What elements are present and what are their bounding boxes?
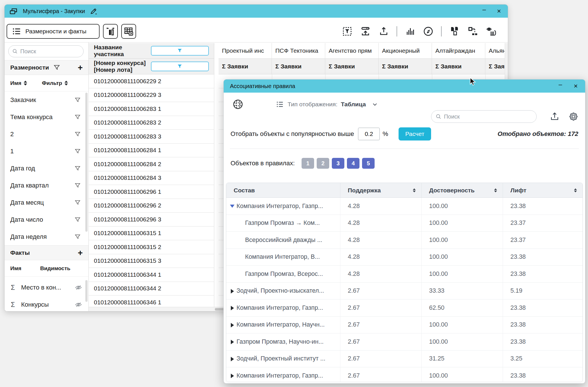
dimension-row[interactable]: 1 bbox=[5, 143, 88, 160]
dialog-close-button[interactable]: × bbox=[571, 81, 581, 91]
rule-row[interactable]: Всероссиийский дважды ... 4.28 100.00 23… bbox=[226, 232, 583, 249]
rule-row[interactable]: Компания Интегратор, Газпр... 2.67 100.0… bbox=[226, 367, 583, 382]
grid-column[interactable]: Агентство прям Σ Заявки bbox=[325, 43, 379, 74]
column-measure[interactable]: Σ Заявки bbox=[432, 59, 485, 74]
rule-row[interactable]: Зодчий, Проектно-изыскател... 2.67 33.33… bbox=[226, 283, 583, 300]
facts-scrollbar[interactable] bbox=[85, 280, 88, 302]
expand-icon[interactable] bbox=[230, 357, 234, 361]
edit-title-icon[interactable] bbox=[90, 7, 98, 15]
sort-icon[interactable] bbox=[64, 81, 68, 85]
sort-icon[interactable] bbox=[413, 188, 416, 192]
bar-chart-icon[interactable] bbox=[405, 26, 415, 37]
object-count-button[interactable]: 1 bbox=[302, 158, 314, 169]
lift-header[interactable]: Лифт bbox=[503, 183, 583, 197]
object-count-button[interactable]: 3 bbox=[332, 158, 344, 169]
view-eye-icon[interactable] bbox=[486, 26, 496, 37]
filter-funnel-icon[interactable] bbox=[74, 148, 81, 155]
support-header[interactable]: Поддержка bbox=[340, 183, 422, 197]
rule-row[interactable]: Компания Интегратор, Научн... 2.67 100.0… bbox=[226, 317, 583, 334]
dimension-row[interactable]: Заказчик bbox=[5, 91, 88, 109]
column-name[interactable]: ПСФ Тектоника bbox=[272, 43, 325, 59]
object-count-button[interactable]: 5 bbox=[362, 158, 375, 169]
column-measure[interactable]: Σ Заявки bbox=[325, 59, 379, 74]
rule-row[interactable]: Газпром Промгаз, Всерос... 4.28 100.00 2… bbox=[226, 266, 583, 283]
dimension-row[interactable]: Дата неделя bbox=[5, 228, 88, 245]
fact-row[interactable]: Σ Конкурсы bbox=[5, 296, 88, 311]
grid-column[interactable]: ПСФ Тектоника Σ Заявки bbox=[272, 43, 325, 74]
fact-row[interactable]: Σ Место в кон... bbox=[5, 279, 88, 296]
column-visibility-header[interactable]: Видимость bbox=[40, 265, 70, 272]
column-measure[interactable]: Σ Заявки bbox=[379, 59, 432, 74]
expand-icon[interactable] bbox=[230, 373, 234, 378]
settings-gear-icon[interactable] bbox=[568, 111, 579, 122]
grid-column[interactable]: Проектный инс Σ Заявки bbox=[219, 43, 272, 74]
column-name[interactable]: Акционерный bbox=[379, 43, 432, 59]
column-name[interactable]: Алтайграждан bbox=[432, 43, 485, 59]
display-type-select[interactable]: Тип отображения: Таблица bbox=[276, 100, 378, 109]
sort-icon[interactable] bbox=[574, 188, 577, 192]
column-name-header[interactable]: Имя bbox=[10, 80, 27, 86]
sort-icon[interactable] bbox=[24, 81, 27, 85]
grid-column[interactable]: Алтайграждан Σ Заявки bbox=[432, 43, 485, 74]
filter-funnel-icon[interactable] bbox=[74, 182, 81, 189]
filter-funnel-icon[interactable] bbox=[74, 131, 81, 138]
rule-row[interactable]: Компания Интегратор, Газпр... 2.67 62.50… bbox=[226, 300, 583, 317]
compass-icon[interactable] bbox=[423, 26, 434, 37]
visibility-off-icon[interactable] bbox=[75, 301, 82, 308]
column-name-header[interactable]: Имя bbox=[10, 265, 21, 272]
expand-icon[interactable] bbox=[230, 339, 234, 344]
participant-filter-button[interactable] bbox=[151, 46, 209, 56]
dimensions-facts-button[interactable]: Размерности и факты bbox=[7, 24, 100, 39]
visibility-off-icon[interactable] bbox=[75, 284, 82, 291]
dimension-row[interactable]: Дата год bbox=[5, 160, 88, 177]
calculate-button[interactable]: Расчет bbox=[399, 127, 431, 140]
filter-funnel-icon[interactable] bbox=[74, 233, 81, 240]
dimension-row[interactable]: Дата число bbox=[5, 211, 88, 228]
lot-filter-button[interactable] bbox=[151, 62, 209, 71]
rule-row[interactable]: Газпром Промгаз → Ком... 4.28 100.00 23.… bbox=[226, 215, 583, 232]
rule-row[interactable]: Зодчий, Проектный институт ... 2.67 31.2… bbox=[226, 351, 583, 368]
expand-icon[interactable] bbox=[230, 323, 234, 327]
layout-tree-icon[interactable] bbox=[467, 26, 478, 37]
sort-icon[interactable] bbox=[494, 188, 497, 192]
filter-selection-icon[interactable] bbox=[342, 26, 353, 37]
dimensions-scrollbar[interactable] bbox=[85, 93, 88, 232]
dimension-row[interactable]: Дата квартал bbox=[5, 177, 88, 194]
dimension-row[interactable]: 2 bbox=[5, 126, 88, 143]
composition-header[interactable]: Состав bbox=[226, 183, 340, 197]
copy-documents-icon[interactable] bbox=[449, 26, 460, 37]
rule-row[interactable]: Компания Интегратор, В... 4.28 100.00 23… bbox=[226, 249, 583, 266]
rule-row[interactable]: Компания Интегратор, Газпр... 4.28 100.0… bbox=[226, 198, 583, 215]
popularity-threshold-input[interactable] bbox=[358, 128, 380, 140]
filter-funnel-icon[interactable] bbox=[74, 97, 81, 103]
filter-funnel-icon[interactable] bbox=[74, 216, 81, 223]
expand-icon[interactable] bbox=[230, 305, 234, 310]
add-dimension-button[interactable]: + bbox=[78, 63, 83, 72]
confidence-header[interactable]: Достоверность bbox=[422, 183, 503, 197]
table-export-button[interactable] bbox=[121, 24, 136, 39]
dimension-row[interactable]: Дата месяц bbox=[5, 194, 88, 211]
dialog-export-icon[interactable] bbox=[549, 111, 560, 122]
object-count-button[interactable]: 4 bbox=[347, 158, 359, 169]
close-button[interactable]: × bbox=[494, 6, 504, 16]
filter-funnel-icon[interactable] bbox=[74, 165, 81, 172]
filter-funnel-icon[interactable] bbox=[53, 64, 60, 71]
column-measure[interactable]: Σ Заявки bbox=[219, 59, 272, 74]
column-width-button[interactable] bbox=[103, 24, 118, 39]
dialog-minimize-button[interactable]: – bbox=[555, 81, 565, 91]
object-count-button[interactable]: 2 bbox=[317, 158, 329, 169]
expand-icon[interactable] bbox=[230, 289, 234, 293]
graph-view-icon[interactable] bbox=[232, 99, 244, 110]
import-icon[interactable] bbox=[360, 26, 371, 37]
grid-column[interactable]: Акционерный Σ Заявки bbox=[379, 43, 432, 74]
expand-icon[interactable] bbox=[230, 204, 234, 208]
minimize-button[interactable]: – bbox=[479, 6, 489, 16]
dialog-search-input[interactable] bbox=[444, 113, 532, 120]
add-fact-button[interactable]: + bbox=[78, 249, 83, 257]
filter-funnel-icon[interactable] bbox=[74, 114, 81, 121]
column-measure[interactable]: Σ Заявки bbox=[272, 59, 325, 74]
filter-funnel-icon[interactable] bbox=[74, 199, 81, 206]
rule-row[interactable]: Газпром Промгаз, Научно-ин... 2.67 100.0… bbox=[226, 333, 583, 351]
sidebar-search[interactable] bbox=[8, 45, 84, 57]
column-name[interactable]: Проектный инс bbox=[219, 43, 272, 59]
